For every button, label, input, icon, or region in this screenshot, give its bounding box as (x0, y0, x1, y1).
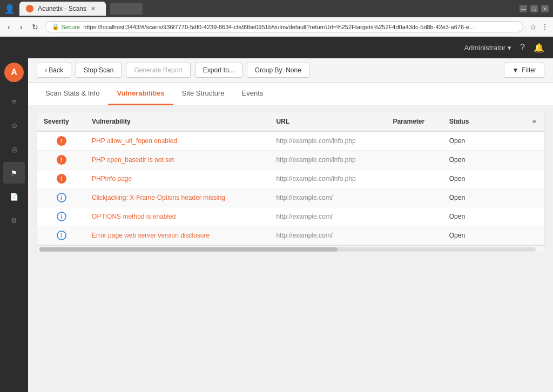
target-icon: ◎ (11, 145, 17, 153)
parameter-cell (386, 207, 442, 226)
close-button[interactable]: ✕ (541, 5, 549, 12)
group-by-dropdown: Group By: None (247, 63, 309, 78)
col-menu[interactable]: ≡ (524, 112, 544, 131)
parameter-cell (386, 188, 442, 207)
app-container: A ≡ ⊙ ◎ ⚑ 📄 ⚙ ‹ Back Stop Scan Generate … (0, 58, 553, 392)
browser-forward-button[interactable]: › (17, 22, 26, 32)
admin-label: Administrator (464, 44, 506, 52)
status-cell: Open (443, 226, 524, 245)
stop-scan-button[interactable]: Stop Scan (76, 63, 122, 78)
status-cell: Open (443, 207, 524, 226)
table-row[interactable]: !PHP allow_url_fopen enabledhttp://examp… (37, 131, 544, 151)
url-cell: http://example.com/info.php (269, 151, 386, 170)
vulnerability-link[interactable]: Error page web server version disclosure (92, 232, 210, 239)
parameter-cell (386, 131, 442, 151)
severity-high-icon: ! (57, 155, 66, 165)
vulnerability-link[interactable]: PHPinfo page (92, 175, 132, 183)
url-cell: http://example.com/ (269, 226, 386, 245)
severity-high-icon: ! (57, 174, 66, 184)
status-cell: Open (443, 131, 524, 151)
admin-menu-button[interactable]: Administrator ▾ (464, 44, 512, 52)
help-icon[interactable]: ? (520, 43, 525, 52)
app-logo: A (4, 63, 24, 82)
url-cell: http://example.com/info.php (269, 131, 386, 151)
status-cell: Open (443, 170, 524, 188)
sidebar-item-targets[interactable]: ◎ (3, 138, 25, 160)
secure-label: Secure (61, 24, 80, 30)
url-cell: http://example.com/info.php (269, 170, 386, 188)
bookmark-icon[interactable]: ☆ (530, 23, 537, 31)
vulnerability-link[interactable]: PHP open_basedir is not set (92, 156, 174, 164)
vulnerability-link[interactable]: Clickjacking: X-Frame-Options header mis… (92, 194, 225, 201)
gear-icon: ⚙ (11, 217, 17, 225)
url-cell: http://example.com/ (269, 188, 386, 207)
sidebar-item-dashboard[interactable]: ≡ (3, 91, 25, 112)
browser-back-button[interactable]: ‹ (4, 22, 14, 32)
sidebar-item-settings[interactable]: ⚙ (3, 209, 25, 231)
severity-info-icon: i (57, 193, 66, 202)
parameter-cell (386, 151, 442, 170)
tab-title: Acunetix - Scans (38, 5, 86, 12)
tab-scan-stats[interactable]: Scan Stats & Info (37, 83, 108, 105)
maximize-button[interactable]: □ (530, 5, 538, 12)
col-parameter: Parameter (386, 112, 442, 131)
generate-report-button[interactable]: Generate Report (126, 63, 190, 78)
tabs: Scan Stats & Info Vulnerabilities Site S… (28, 83, 553, 105)
tab-events[interactable]: Events (233, 83, 272, 105)
vulnerabilities-table: Severity Vulnerability URL Parameter Sta… (37, 112, 544, 245)
sidebar-item-reports[interactable]: 📄 (3, 186, 25, 207)
browser-nav-icons: ☆ ⋮ (530, 23, 549, 31)
vulnerability-link[interactable]: PHP allow_url_fopen enabled (92, 137, 177, 145)
tab-close-icon[interactable]: ✕ (91, 5, 96, 12)
main-content: ‹ Back Stop Scan Generate Report Export … (28, 58, 553, 392)
lock-icon: 🔒 (52, 23, 59, 30)
column-menu-icon[interactable]: ≡ (532, 118, 536, 125)
severity-info-icon: i (57, 212, 66, 221)
sidebar-item-scans[interactable]: ⊙ (3, 114, 25, 136)
filter-icon: ▼ (512, 66, 518, 74)
table-row[interactable]: iError page web server version disclosur… (37, 226, 544, 245)
url-text: https://localhost:3443/#/scans/936f7770-… (83, 24, 474, 30)
group-by-button[interactable]: Group By: None (247, 63, 309, 78)
browser-reload-button[interactable]: ↻ (29, 22, 42, 32)
parameter-cell (386, 226, 442, 245)
browser-tab[interactable]: Acunetix - Scans ✕ (19, 2, 106, 16)
table-row[interactable]: iClickjacking: X-Frame-Options header mi… (37, 188, 544, 207)
tab-vulnerabilities[interactable]: Vulnerabilities (108, 83, 173, 105)
parameter-cell (386, 170, 442, 188)
back-button[interactable]: ‹ Back (37, 63, 71, 78)
report-icon: 📄 (10, 193, 18, 201)
bell-icon[interactable]: 🔔 (534, 43, 544, 53)
app-header: Administrator ▾ ? 🔔 (0, 37, 553, 58)
chevron-down-icon: ▾ (508, 44, 511, 52)
col-severity: Severity (37, 112, 85, 131)
status-cell: Open (443, 188, 524, 207)
sidebar: A ≡ ⊙ ◎ ⚑ 📄 ⚙ (0, 58, 28, 392)
toolbar: ‹ Back Stop Scan Generate Report Export … (28, 58, 553, 83)
table-row[interactable]: iOPTIONS method is enabledhttp://example… (37, 207, 544, 226)
filter-button[interactable]: ▼ Filter (504, 63, 544, 78)
menu-icon: ≡ (12, 98, 16, 106)
scan-icon: ⊙ (11, 121, 17, 130)
export-dropdown: Export to... (195, 63, 242, 78)
more-icon[interactable]: ⋮ (541, 23, 549, 31)
sidebar-item-vulnerabilities[interactable]: ⚑ (3, 162, 25, 184)
col-status: Status (443, 112, 524, 131)
col-vulnerability: Vulnerability (85, 112, 269, 131)
tab-site-structure[interactable]: Site Structure (173, 83, 233, 105)
minimize-button[interactable]: — (520, 5, 527, 12)
address-bar[interactable]: 🔒 Secure https://localhost:3443/#/scans/… (45, 21, 523, 32)
secure-badge: 🔒 Secure (52, 23, 80, 30)
severity-info-icon: i (57, 231, 66, 240)
url-cell: http://example.com/ (269, 207, 386, 226)
table-row[interactable]: !PHP open_basedir is not sethttp://examp… (37, 151, 544, 170)
vulnerability-link[interactable]: OPTIONS method is enabled (92, 213, 176, 220)
col-url: URL (269, 112, 386, 131)
status-cell: Open (443, 151, 524, 170)
export-button[interactable]: Export to... (195, 63, 242, 78)
severity-high-icon: ! (57, 136, 66, 146)
table-row[interactable]: !PHPinfo pagehttp://example.com/info.php… (37, 170, 544, 188)
bug-icon: ⚑ (11, 169, 17, 177)
profile-icon: 👤 (4, 4, 15, 14)
